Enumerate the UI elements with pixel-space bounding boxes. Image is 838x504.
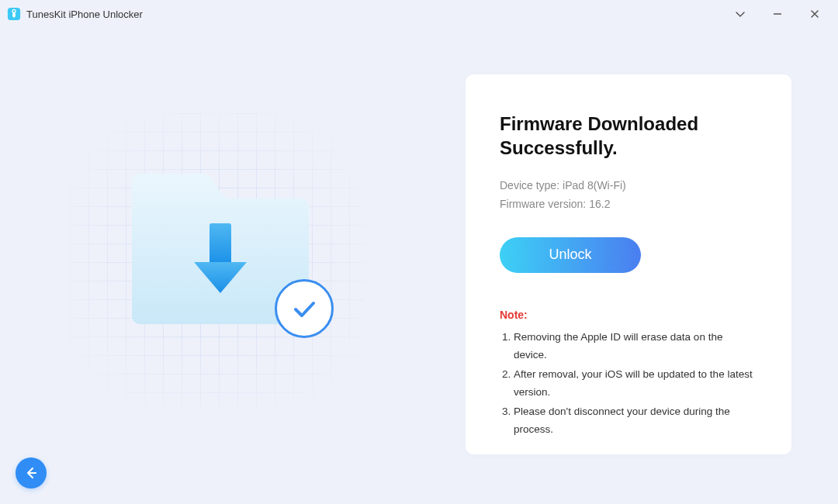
success-check-icon [275,279,334,338]
note-item: After removal, your iOS will be updated … [514,366,757,402]
firmware-label: Firmware version: [500,195,586,214]
device-info: Device type: iPad 8(Wi-Fi) Firmware vers… [500,177,757,214]
firmware-value: 16.2 [589,195,610,214]
titlebar: TunesKit iPhone Unlocker [0,0,838,28]
app-logo-icon [6,6,22,22]
status-card: Firmware Downloaded Successfully. Device… [466,74,791,454]
note-list: Removing the Apple ID will erase data on… [500,329,757,439]
note-header: Note: [500,309,757,321]
folder-illustration [116,167,318,330]
close-button[interactable] [807,6,822,22]
unlock-button[interactable]: Unlock [500,237,641,273]
illustration-pane [0,28,466,504]
back-button[interactable] [16,457,47,488]
arrow-left-icon [23,465,39,481]
card-heading: Firmware Downloaded Successfully. [500,112,757,160]
svg-rect-1 [12,12,16,17]
device-type-value: iPad 8(Wi-Fi) [563,177,626,195]
svg-rect-6 [210,223,231,265]
dropdown-icon[interactable] [732,6,748,22]
minimize-button[interactable] [770,6,785,22]
note-item: Removing the Apple ID will erase data on… [514,329,757,364]
note-item: Please don't disconnect your device duri… [514,403,757,439]
app-title: TunesKit iPhone Unlocker [26,9,143,20]
device-type-label: Device type: [500,177,559,195]
